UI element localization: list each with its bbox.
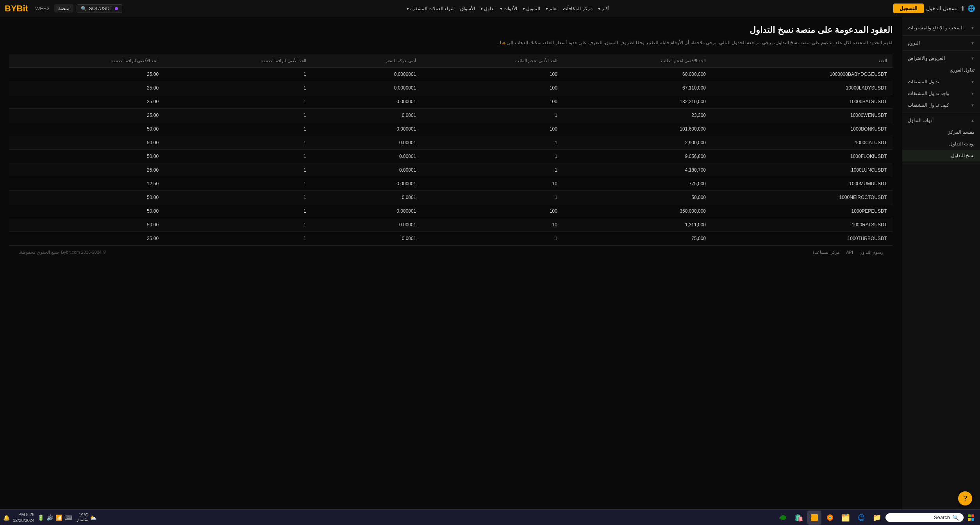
taskbar-search-box[interactable]: 🔍 Search [885,513,964,522]
sol-usdt-selector[interactable]: SOL/USDT 🔍 [77,4,122,13]
cell-min-order: 1 [421,109,563,122]
nav-trade[interactable]: تداول ▾ [480,6,494,11]
cell-min-order: 10 [421,218,563,232]
cell-contract: 10000WENUSDT [711,109,893,122]
page-footer: رسوم التداول API مركز المساعدة © 2018-20… [9,245,893,259]
svg-point-2 [829,516,831,518]
start-button[interactable] [965,512,977,523]
nav-buy-crypto-label: شراء العملات المشفرة [410,6,455,11]
sidebar-item-one-derivatives[interactable]: ▼ واجد تداول المشتقات [902,88,980,99]
nav-tools[interactable]: الأدوات ▾ [500,6,517,11]
table-row: 10000LADYSUSDT 67,110,000 100 0.0000001 … [9,81,893,95]
sidebar-section-2: ▼ البروم [902,36,980,51]
cell-min-order: 100 [421,81,563,95]
nav-learn[interactable]: تعلم ▾ [546,6,557,11]
taskbar-time-display: 5:26 PM [13,512,34,517]
volume-icon[interactable]: 🔊 [46,514,53,521]
cell-min-price: 0.0001 [312,109,422,122]
nav-finance[interactable]: التمويل ▾ [523,6,540,11]
notification-icon[interactable]: 🔔 [3,514,10,521]
page-description: لفهم الحدود المحددة لكل عقد مدعوم على من… [9,39,893,47]
taskbar-app-store[interactable]: 🛍️ [792,511,806,525]
cell-max-order: 775,000 [563,177,711,191]
main-layout: ▼ السحب و الإيداع والمشتريات ▼ البروم ▼ … [0,17,980,525]
keyboard-icon[interactable]: ⌨ [64,514,72,521]
footer-link-api[interactable]: API [846,250,853,255]
taskbar-app-folder[interactable]: 🗂️ [839,511,853,525]
col-min-price-move: أدنى حركة للسعر [312,54,422,68]
cell-min-order: 100 [421,204,563,218]
sidebar-item-deposits[interactable]: ▼ السحب و الإيداع والمشتريات [902,22,980,34]
chevron-down-icon: ▼ [971,80,975,84]
chevron-down-icon: ▼ [971,56,975,61]
globe-icon[interactable]: 🌐 [968,5,975,12]
sidebar-item-offers[interactable]: ▼ العروض والاقتراض [902,52,980,64]
footer-link-fees[interactable]: رسوم التداول [859,250,883,255]
weather-widget[interactable]: ⛅ 19°C مثلمش [75,512,96,522]
sidebar-item-how-derivatives[interactable]: ▼ كيف تداول المشتقات [902,99,980,111]
table-row: 1000CATUSDT 2,900,000 1 0.00001 1 50.00 [9,136,893,150]
main-content: العقود المدعومة على منصة نسخ التداول لفه… [0,17,902,525]
chevron-down-icon: ▼ [971,103,975,108]
battery-icon[interactable]: 🔋 [37,514,44,521]
table-row: 1000NEIROCTOUSDT 50,000 1 0.0001 1 50.00 [9,191,893,204]
table-header: العقد الحد الأقصى لحجم الطلب الحد الأدنى… [9,54,893,68]
upload-icon[interactable]: ⬆ [960,5,965,12]
nav-more[interactable]: أكثر ▾ [598,6,609,11]
sol-usdt-label: SOL/USDT [89,6,112,11]
sidebar-item-broom[interactable]: ▼ البروم [902,37,980,49]
cell-min-price: 0.0000001 [312,68,422,81]
sidebar-bonuses-label: بونات التداول [949,141,975,147]
login-button[interactable]: تسجيل الدخول [926,5,958,11]
cell-max-trade: 25.00 [9,95,164,109]
sidebar-item-position-splitter[interactable]: مقسم المركز [902,126,980,138]
taskbar-app-gamepass[interactable]: ▶ [776,511,790,525]
register-button[interactable]: التسجيل [893,4,924,13]
platform-tabs: منصة WEB3 [31,4,73,13]
support-button[interactable]: ? [958,491,972,505]
sidebar-item-copy-trading[interactable]: نسخ التداول [902,150,980,161]
cell-max-trade: 25.00 [9,163,164,177]
footer-links: رسوم التداول API مركز المساعدة [812,250,883,255]
sidebar: ▼ السحب و الإيداع والمشتريات ▼ البروم ▼ … [902,17,980,525]
sidebar-item-spot[interactable]: تداول الفوري [902,64,980,76]
cell-min-trade: 1 [164,95,311,109]
nav-buy-crypto[interactable]: شراء العملات المشفرة ▾ [407,6,455,11]
page-desc-link[interactable]: هنا [500,40,505,45]
cell-max-trade: 50.00 [9,136,164,150]
cell-min-trade: 1 [164,68,311,81]
sidebar-item-derivatives[interactable]: ▼ تداول المشتقات [902,76,980,88]
sidebar-item-trading-tools[interactable]: ▲ أدوات التداول [902,115,980,126]
taskbar-search-text: Search [934,514,950,520]
taskbar-app-browser2[interactable] [823,511,837,525]
cell-min-order: 1 [421,136,563,150]
nav-rewards[interactable]: مركز المكافآت [563,6,592,11]
nav-markets[interactable]: الأسواق [460,6,475,11]
sidebar-item-trading-bonuses[interactable]: بونات التداول [902,138,980,150]
footer-link-help[interactable]: مركز المساعدة [812,250,840,255]
taskbar-apps: 📁 🗂️ BY 🛍️ [776,511,884,525]
cell-min-price: 0.0001 [312,232,422,245]
cell-max-order: 101,600,000 [563,122,711,136]
cell-min-price: 0.00001 [312,163,422,177]
taskbar-app-fileexplorer[interactable]: 📁 [870,511,884,525]
win-logo-yellow [968,518,971,521]
network-icon[interactable]: 📶 [55,514,62,521]
weather-desc: مثلمش [75,517,88,522]
cell-max-order: 75,000 [563,232,711,245]
taskbar-system-icons: ⌨ 📶 🔊 🔋 [37,514,72,521]
nav-right-section: SOL/USDT 🔍 منصة WEB3 BYBit [5,4,122,14]
taskbar-app-edge[interactable] [854,511,868,525]
cell-min-order: 10 [421,177,563,191]
nav-left-section: 🌐 ⬆ تسجيل الدخول التسجيل [893,4,975,13]
tab-web3[interactable]: WEB3 [31,4,54,13]
cell-max-trade: 50.00 [9,191,164,204]
sidebar-copy-trading-label: نسخ التداول [951,153,975,158]
page-desc-text: لفهم الحدود المحددة لكل عقد مدعوم على من… [507,40,893,45]
tab-platform[interactable]: منصة [54,4,73,13]
taskbar-search-icon: 🔍 [952,514,959,521]
clock-widget[interactable]: 5:26 PM 12/28/2024 [13,512,34,523]
taskbar-left: 🔍 Search 📁 🗂️ [773,511,977,525]
taskbar-app-bybit[interactable]: BY [807,511,821,525]
col-max-order: الحد الأقصى لحجم الطلب [563,54,711,68]
